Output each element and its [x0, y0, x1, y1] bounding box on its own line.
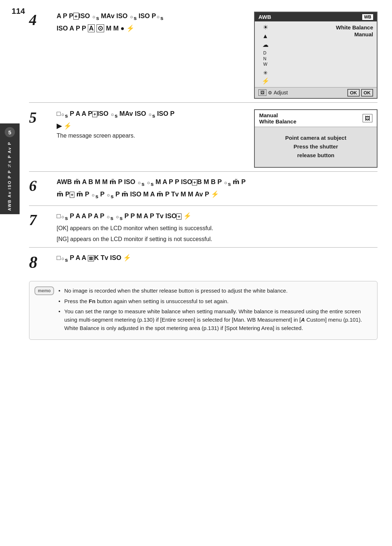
lcd-mountain-icon: ▲ [262, 33, 269, 39]
lcd-manual-line2: Press the shutter [259, 142, 372, 151]
lcd-manual-screen: Manual White Balance 🖼 Point camera at s… [254, 109, 377, 168]
memo-list: No image is recorded when the shutter re… [58, 286, 371, 334]
lcd-cloud-icon: ☁ [262, 42, 269, 48]
lcd-bottom-bar: 🖼 ⚙ Adjust OK OK [255, 87, 377, 98]
step-6-section: 6 AWB m̃ A B M M m̃ P ISO ☼s ☼s M A P P … [29, 171, 377, 206]
step-6-text-line2: m̃ P+ m̃ P ☼s P ☼s P m̃ ISO M A m̃ P Tv … [57, 190, 377, 200]
sidebar-strip: 5 AWB Av ISO P P ½s P Av P [0, 123, 20, 214]
step-7-note2: [NG] appears on the LCD monitor if setti… [57, 235, 377, 244]
lcd-ok2: OK [361, 89, 373, 97]
step-7-text: □☼s P A A P A P ☼s ☼s P P M A P Tv ISO+ … [57, 212, 377, 222]
lcd-sun-icon: ☀ [263, 24, 268, 30]
lcd-ok1: OK [347, 89, 360, 97]
step-8-text: □☼s P A A ⊠K Tv ISO ⚡ [57, 253, 377, 264]
memo-section: memo No image is recorded when the shutt… [29, 281, 377, 339]
fn-label: Fn [89, 298, 95, 304]
step-7-number: 7 [29, 212, 48, 228]
memo-icon-wrap: memo [35, 286, 53, 295]
sidebar-circle-5: 5 [5, 127, 15, 137]
step-6-body: AWB m̃ A B M M m̃ P ISO ☼s ☼s M A P P IS… [57, 178, 377, 202]
sidebar-label: AWB Av ISO P P ½s P Av P [7, 142, 12, 211]
step-7-body: □☼s P A A P A P ☼s ☼s P P M A P Tv ISO+ … [57, 212, 377, 244]
step-8-section: 8 □☼s P A A ⊠K Tv ISO ⚡ [29, 247, 377, 274]
step-6-text-line1: AWB m̃ A B M M m̃ P ISO ☼s ☼s M A P P IS… [57, 178, 377, 188]
step-8-number: 8 [29, 254, 48, 271]
step-4-text-line1: A P P+ISO ☼s MAv ISO ☼s ISO P☼s [57, 12, 245, 22]
lcd-star-icon: ✳ [263, 70, 268, 76]
step-5-text2: ▶ ⚡ [57, 122, 245, 130]
step-4-image: AWB WB ☀ ▲ ☁ DNW ✳ ⚡ White Ba [254, 12, 377, 99]
lcd-ok-buttons: OK OK [347, 89, 373, 97]
lcd-manual-line1: Point camera at subject [259, 134, 372, 142]
step-5-text: □☼s P A A P+ISO ☼s MAv ISO ☼s ISO P [57, 109, 245, 119]
memo-item-1: No image is recorded when the shutter re… [58, 286, 371, 295]
step-7-note1: [OK] appears on the LCD monitor when set… [57, 224, 377, 233]
step-4-body: A P P+ISO ☼s MAv ISO ☼s ISO P☼s ISO A P … [57, 12, 245, 35]
step-5-subtext: The message screen appears. [57, 133, 245, 139]
lcd-wb-badge: WB [362, 14, 373, 20]
memo-icon: memo [34, 286, 54, 295]
lcd-right-panel: White Balance Manual [276, 24, 373, 84]
lcd-icons: ☀ ▲ ☁ DNW ✳ ⚡ [258, 24, 272, 84]
lcd-adjust-label: 🖼 ⚙ Adjust [258, 89, 288, 96]
step-5-section: 5 □☼s P A A P+ISO ☼s MAv ISO ☼s ISO P ▶ … [29, 102, 377, 171]
lcd-screen-step4: AWB WB ☀ ▲ ☁ DNW ✳ ⚡ White Ba [254, 12, 377, 99]
lcd-manual-header: Manual White Balance 🖼 [255, 110, 377, 127]
memo-item-3: You can set the range to measure white b… [58, 307, 371, 333]
lcd-manual-icon: 🖼 [363, 114, 372, 122]
step-4-number: 4 [29, 12, 48, 28]
lcd-manual-header-text: Manual White Balance [259, 112, 297, 125]
step-4-section: 4 A P P+ISO ☼s MAv ISO ☼s ISO P☼s ISO A … [29, 5, 377, 102]
lcd-manual-line3: release button [259, 151, 372, 160]
a-label: A [301, 317, 305, 323]
lcd-awb-label: AWB [258, 14, 271, 20]
step-4-text-line2: ISO A P P A ⊙ M M ● ⚡ [57, 24, 245, 33]
lcd-top-bar: AWB WB [255, 12, 377, 21]
lcd-body: ☀ ▲ ☁ DNW ✳ ⚡ White Balance Manual [255, 21, 377, 87]
step-8-body: □☼s P A A ⊠K Tv ISO ⚡ [57, 253, 377, 266]
step-5-number: 5 [29, 110, 48, 125]
lcd-dnw-icon: DNW [263, 50, 267, 68]
lcd-wb-title: White Balance [276, 24, 373, 30]
step-6-number: 6 [29, 178, 48, 193]
memo-item-2: Press the Fn button again when setting i… [58, 297, 371, 305]
step-5-body: □☼s P A A P+ISO ☼s MAv ISO ☼s ISO P ▶ ⚡ … [57, 109, 245, 139]
lcd-flash-icon: ⚡ [262, 78, 269, 84]
page-number: 114 [12, 7, 25, 16]
step-5-image: Manual White Balance 🖼 Point camera at s… [254, 109, 377, 168]
lcd-wb-subtitle: Manual [276, 31, 373, 37]
step-7-section: 7 □☼s P A A P A P ☼s ☼s P P M A P Tv ISO… [29, 205, 377, 247]
lcd-manual-body: Point camera at subject Press the shutte… [255, 127, 377, 167]
